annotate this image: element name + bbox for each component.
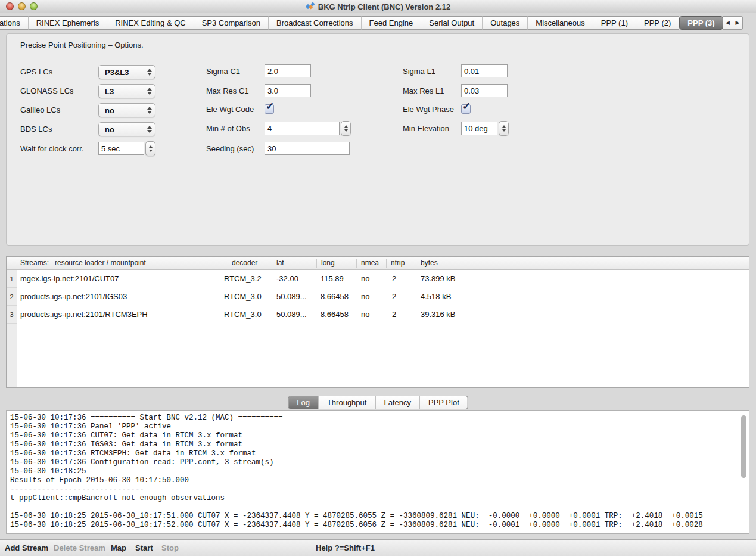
- stop-button[interactable]: Stop: [161, 540, 179, 556]
- log-text: 15-06-30 10:17:36 ========== Start BNC v…: [10, 414, 743, 530]
- tab-ppp-2[interactable]: PPP (2): [636, 16, 679, 30]
- popup-updown-icon: [145, 69, 155, 76]
- cell-nmea: no: [361, 288, 369, 306]
- cell-bytes: 4.518 kB: [421, 288, 451, 306]
- cell-ntrip: 2: [392, 288, 396, 306]
- map-button[interactable]: Map: [111, 540, 126, 556]
- min-elevation-stepper[interactable]: [499, 121, 509, 136]
- seeding-input[interactable]: [265, 142, 350, 155]
- header-mountpoint: Streams: resource loader / mountpoint: [20, 257, 146, 269]
- cell-mountpoint: mgex.igs-ip.net:2101/CUT07: [20, 270, 119, 288]
- cell-ntrip: 2: [392, 270, 396, 288]
- main-tab-bar: ations RINEX Ephemeris RINEX Editing & Q…: [0, 16, 756, 30]
- cell-nmea: no: [361, 270, 369, 288]
- min-obs-label: Min # of Obs: [206, 122, 250, 136]
- seeding-label: Seeding (sec): [206, 142, 254, 156]
- table-row[interactable]: products.igs-ip.net:2101/RTCM3EPH RTCM_3…: [7, 306, 749, 324]
- streams-table-header: Streams: resource loader / mountpoint de…: [7, 257, 749, 270]
- delete-stream-button[interactable]: Delete Stream: [54, 540, 105, 556]
- min-elevation-input[interactable]: [461, 122, 497, 135]
- min-elevation-label: Min Elevation: [403, 122, 449, 136]
- tab-broadcast-corrections[interactable]: Broadcast Corrections: [269, 16, 362, 30]
- sigma-c1-input[interactable]: [265, 64, 311, 77]
- cell-lat: 50.089...: [276, 288, 307, 306]
- status-bar: Add Stream Delete Stream Map Start Stop …: [0, 539, 756, 556]
- ele-wgt-code-checkbox[interactable]: ✓: [265, 104, 274, 114]
- cell-long: 8.66458: [321, 306, 349, 324]
- cell-lat: 50.089...: [276, 306, 307, 324]
- cell-decoder: RTCM_3.0: [224, 288, 262, 306]
- max-res-l1-input[interactable]: [461, 84, 508, 97]
- panel-heading: Precise Point Positioning – Options.: [20, 41, 144, 49]
- max-res-c1-label: Max Res C1: [206, 84, 249, 98]
- ele-wgt-phase-label: Ele Wgt Phase: [403, 102, 454, 117]
- galileo-lcs-label: Galileo LCs: [20, 103, 60, 117]
- header-nmea: nmea: [361, 257, 379, 269]
- popup-updown-icon: [145, 126, 155, 133]
- tab-ppp-1[interactable]: PPP (1): [593, 16, 636, 30]
- tab-feed-engine[interactable]: Feed Engine: [362, 16, 422, 30]
- tab-ppp-3[interactable]: PPP (3): [679, 16, 723, 30]
- start-button[interactable]: Start: [135, 540, 153, 556]
- sigma-c1-label: Sigma C1: [206, 64, 240, 79]
- title-bar: BKG Ntrip Client (BNC) Version 2.12: [0, 0, 756, 13]
- wait-clock-stepper[interactable]: [145, 141, 155, 156]
- cell-long: 115.89: [321, 270, 344, 288]
- bds-lcs-dropdown[interactable]: no: [98, 122, 155, 136]
- max-res-l1-label: Max Res L1: [403, 84, 444, 98]
- cell-long: 8.66458: [321, 288, 349, 306]
- cell-bytes: 39.316 kB: [421, 306, 456, 324]
- bnc-logo-icon: [306, 2, 315, 11]
- tab-scroll-left-icon[interactable]: ◀: [723, 17, 733, 29]
- cell-ntrip: 2: [392, 306, 396, 324]
- view-tab-throughput[interactable]: Throughput: [318, 396, 375, 409]
- view-tab-log[interactable]: Log: [288, 396, 318, 409]
- glonass-lcs-dropdown[interactable]: L3: [98, 84, 155, 98]
- glonass-lcs-label: GLONASS LCs: [20, 84, 74, 98]
- cell-decoder: RTCM_3.0: [224, 306, 262, 324]
- log-panel: 15-06-30 10:17:36 ========== Start BNC v…: [6, 410, 749, 534]
- streams-table: Streams: resource loader / mountpoint de…: [6, 256, 749, 388]
- gps-lcs-dropdown[interactable]: P3&L3: [98, 65, 155, 79]
- sigma-l1-label: Sigma L1: [403, 64, 435, 79]
- min-obs-stepper[interactable]: [341, 121, 351, 136]
- tab-rinex-editing-qc[interactable]: RINEX Editing & QC: [107, 16, 194, 30]
- max-res-c1-input[interactable]: [265, 84, 311, 97]
- popup-updown-icon: [145, 88, 155, 95]
- popup-updown-icon: [145, 107, 155, 114]
- view-tab-ppp-plot[interactable]: PPP Plot: [419, 396, 468, 409]
- table-row[interactable]: mgex.igs-ip.net:2101/CUT07 RTCM_3.2 -32.…: [7, 270, 749, 288]
- header-ntrip: ntrip: [391, 257, 405, 269]
- tab-miscellaneous[interactable]: Miscellaneous: [528, 16, 593, 30]
- wait-clock-input[interactable]: [98, 142, 144, 155]
- cell-lat: -32.00: [276, 270, 298, 288]
- cell-nmea: no: [361, 306, 369, 324]
- cell-decoder: RTCM_3.2: [224, 270, 262, 288]
- help-label: Help ?=Shift+F1: [316, 540, 375, 556]
- cell-mountpoint: products.igs-ip.net:2101/IGS03: [20, 288, 127, 306]
- cell-mountpoint: products.igs-ip.net:2101/RTCM3EPH: [20, 306, 148, 324]
- tab-stations[interactable]: ations: [0, 16, 29, 30]
- sigma-l1-input[interactable]: [461, 64, 508, 77]
- add-stream-button[interactable]: Add Stream: [5, 540, 48, 556]
- cell-bytes: 73.899 kB: [421, 270, 456, 288]
- header-decoder: decoder: [232, 257, 257, 269]
- header-lat: lat: [276, 257, 284, 269]
- galileo-lcs-dropdown[interactable]: no: [98, 103, 155, 117]
- header-long: long: [321, 257, 335, 269]
- view-tab-latency[interactable]: Latency: [375, 396, 419, 409]
- table-row[interactable]: products.igs-ip.net:2101/IGS03 RTCM_3.0 …: [7, 288, 749, 306]
- tab-scroll-right-icon[interactable]: ▶: [733, 17, 742, 29]
- window-title: BKG Ntrip Client (BNC) Version 2.12: [318, 2, 450, 11]
- tab-rinex-ephemeris[interactable]: RINEX Ephemeris: [29, 16, 107, 30]
- tab-sp3-comparison[interactable]: SP3 Comparison: [194, 16, 269, 30]
- log-scrollbar[interactable]: [741, 415, 746, 478]
- bds-lcs-label: BDS LCs: [20, 122, 52, 136]
- ele-wgt-phase-checkbox[interactable]: ✓: [461, 104, 471, 114]
- tab-outages[interactable]: Outages: [483, 16, 528, 30]
- check-icon: ✓: [266, 101, 274, 112]
- header-bytes: bytes: [421, 257, 438, 269]
- tab-serial-output[interactable]: Serial Output: [421, 16, 483, 30]
- min-obs-input[interactable]: [265, 122, 340, 135]
- ele-wgt-code-label: Ele Wgt Code: [206, 102, 254, 117]
